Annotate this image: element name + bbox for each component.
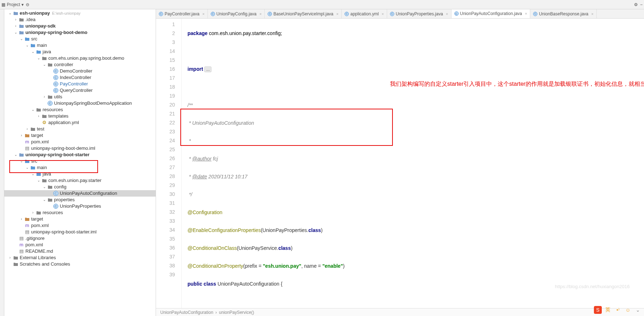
close-icon[interactable]: × [382, 12, 384, 16]
tree-twisty-icon[interactable]: › [36, 113, 42, 119]
tree-twisty-icon[interactable]: ⌄ [30, 107, 36, 113]
tray-icon-4[interactable]: ☺ [624, 306, 632, 314]
tree-item-readme-md[interactable]: ▤README.md [4, 248, 156, 255]
tree-twisty-icon[interactable]: ⌄ [42, 197, 47, 203]
tree-item-controller[interactable]: ⌄controller [4, 61, 156, 68]
tree-item-config[interactable]: ⌄config [4, 184, 156, 190]
tree-item-unionpay-sdk[interactable]: ›unionpay-sdk [4, 23, 156, 29]
tray-icon-5[interactable]: ⌄ [634, 306, 642, 314]
tree-twisty-icon[interactable]: › [42, 94, 47, 100]
tree-item-application-yml[interactable]: ⚙application.yml [4, 119, 156, 126]
collapse-icon[interactable]: ⊖ [26, 2, 29, 7]
tree-twisty-icon[interactable]: ⌄ [19, 36, 24, 42]
tree-item-pom-xml[interactable]: mpom.xml [4, 242, 156, 248]
close-icon[interactable]: × [259, 12, 262, 16]
breadcrumb-method[interactable]: unionPayService() [219, 310, 254, 315]
tree-item-com-esh-union-pay-starter[interactable]: ⌄com.esh.union.pay.starter [4, 177, 156, 184]
tree-twisty-icon[interactable]: › [13, 23, 19, 29]
tab-application-yml[interactable]: Capplication.yml× [342, 9, 387, 18]
folder-tgt-icon [24, 216, 30, 222]
tree-twisty-icon[interactable]: ⌄ [42, 61, 47, 68]
tree-item-resources[interactable]: ⌄resources [4, 107, 156, 113]
tree-item-unionpay-spring-boot-demo[interactable]: ⌄unionpay-spring-boot-demo [4, 29, 156, 36]
tree-item-unionpayspringbootdemoapplication[interactable]: CUnionpaySpringBootDemoApplication [4, 100, 156, 107]
tree-item-querycontroller[interactable]: CQueryController [4, 87, 156, 94]
tab-baseunionpayserviceimpl-java[interactable]: CBaseUnionPayServiceImpl.java× [265, 9, 342, 18]
tree-twisty-icon[interactable]: › [19, 216, 24, 222]
tree-twisty-icon[interactable]: ⌄ [13, 152, 19, 158]
tree-item-unionpay-spring-boot-demo-iml[interactable]: ▤unionpay-spring-boot-demo.iml [4, 145, 156, 152]
tree-twisty-icon[interactable]: › [19, 132, 24, 139]
tab-unionpayconfig-java[interactable]: CUnionPayConfig.java× [208, 9, 265, 18]
tree-item-src[interactable]: ⌄src [4, 158, 156, 164]
tree-item-scratches-and-consoles[interactable]: Scratches and Consoles [4, 261, 156, 267]
tree-item-utils[interactable]: ›utils [4, 94, 156, 100]
tree-item-templates[interactable]: ›templates [4, 113, 156, 119]
tree-item-main[interactable]: ⌄main [4, 164, 156, 171]
tree-twisty-icon[interactable]: ⌄ [7, 10, 13, 16]
tray-icon-3[interactable]: •⁾ [614, 306, 622, 314]
tree-twisty-icon[interactable]: ⌄ [19, 158, 24, 164]
tree-twisty-icon[interactable]: › [13, 16, 19, 23]
tree-item--gitignore[interactable]: ▤.gitignore [4, 235, 156, 242]
tree-item-java[interactable]: ⌄java [4, 49, 156, 55]
tree-item--idea[interactable]: ›.idea [4, 16, 156, 23]
close-icon[interactable]: × [446, 12, 448, 16]
tree-item-main[interactable]: ⌄main [4, 42, 156, 49]
tree-twisty-icon[interactable]: ⌄ [30, 171, 36, 177]
folded-imports[interactable]: ... [204, 66, 211, 72]
tree-item-resources[interactable]: ›resources [4, 209, 156, 216]
tool-window-stripe[interactable] [0, 9, 4, 316]
close-icon[interactable]: × [591, 12, 594, 16]
tree-twisty-icon[interactable]: ⌄ [24, 42, 30, 49]
tree-item-unionpay-spring-boot-starter[interactable]: ⌄unionpay-spring-boot-starter [4, 152, 156, 158]
tree-item-com-ehs-union-pay-spring-boot-demo[interactable]: ⌄com.ehs.union.pay.spring.boot.demo [4, 55, 156, 61]
folder-closed-icon [47, 184, 53, 190]
chevron-right-icon: › [215, 310, 217, 315]
tab-unionpayproperties-java[interactable]: CUnionPayProperties.java× [387, 9, 452, 18]
tree-item-pom-xml[interactable]: mpom.xml [4, 222, 156, 229]
tab-unionpayautoconfiguration-java[interactable]: CUnionPayAutoConfiguration.java× [452, 9, 531, 19]
tree-item-unionpayproperties[interactable]: CUnionPayProperties [4, 203, 156, 209]
tree-item-test[interactable]: ›test [4, 126, 156, 132]
file-java-icon: C [53, 68, 59, 74]
tab-unionbaseresponse-java[interactable]: CUnionBaseResponse.java× [530, 9, 597, 18]
tree-twisty-icon[interactable]: ⌄ [13, 29, 19, 36]
tree-item-democontroller[interactable]: CDemoController [4, 68, 156, 74]
tree-item-esh-unionpay[interactable]: ⌄esh-unionpayE:\esh-unionpay [4, 10, 156, 16]
project-dropdown[interactable]: ▦ Project ▾ [1, 2, 24, 7]
tree-item-pom-xml[interactable]: mpom.xml [4, 139, 156, 145]
tree-twisty-icon[interactable]: ⌄ [36, 177, 42, 184]
tree-item-properties[interactable]: ⌄properties [4, 197, 156, 203]
code-editor[interactable]: package com.esh.union.pay.starter.config… [182, 19, 644, 308]
line-number: 23 [156, 127, 175, 136]
tray-icon-1[interactable]: S [594, 306, 602, 314]
file-java-icon: C [53, 81, 59, 87]
close-icon[interactable]: × [336, 12, 338, 16]
tree-item-target[interactable]: ›target [4, 216, 156, 222]
breadcrumb-class[interactable]: UnionPayAutoConfiguration [160, 310, 213, 315]
tree-twisty-icon[interactable]: ⌄ [30, 49, 36, 55]
close-icon[interactable]: × [525, 11, 527, 16]
tree-twisty-icon[interactable]: › [24, 126, 30, 132]
tree-twisty-icon[interactable]: ⌄ [24, 164, 30, 171]
tree-item-src[interactable]: ⌄src [4, 36, 156, 42]
tree-twisty-icon[interactable]: › [30, 209, 36, 216]
tree-item-unionpay-spring-boot-starter-iml[interactable]: ▤unionpay-spring-boot-starter.iml [4, 229, 156, 235]
tree-twisty-icon[interactable]: ⌄ [42, 184, 47, 190]
tree-label: README.md [25, 248, 53, 255]
tree-item-paycontroller[interactable]: CPayController [4, 81, 156, 87]
tree-item-java[interactable]: ⌄java [4, 171, 156, 177]
tree-item-external-libraries[interactable]: ›External Libraries [4, 255, 156, 261]
tree-item-target[interactable]: ›target [4, 132, 156, 139]
tree-item-indexcontroller[interactable]: CIndexController [4, 74, 156, 81]
gear-icon[interactable]: ⚙ [634, 2, 638, 7]
tree-twisty-icon[interactable]: ⌄ [36, 55, 42, 61]
hide-icon[interactable]: − [640, 2, 643, 7]
folder-closed-icon [13, 261, 19, 267]
tray-icon-2[interactable]: 英 [604, 306, 612, 314]
tree-item-unionpayautoconfiguration[interactable]: CUnionPayAutoConfiguration [4, 190, 156, 197]
tab-paycontroller-java[interactable]: CPayController.java× [156, 9, 208, 18]
tree-twisty-icon[interactable]: › [7, 255, 13, 261]
close-icon[interactable]: × [202, 12, 204, 16]
